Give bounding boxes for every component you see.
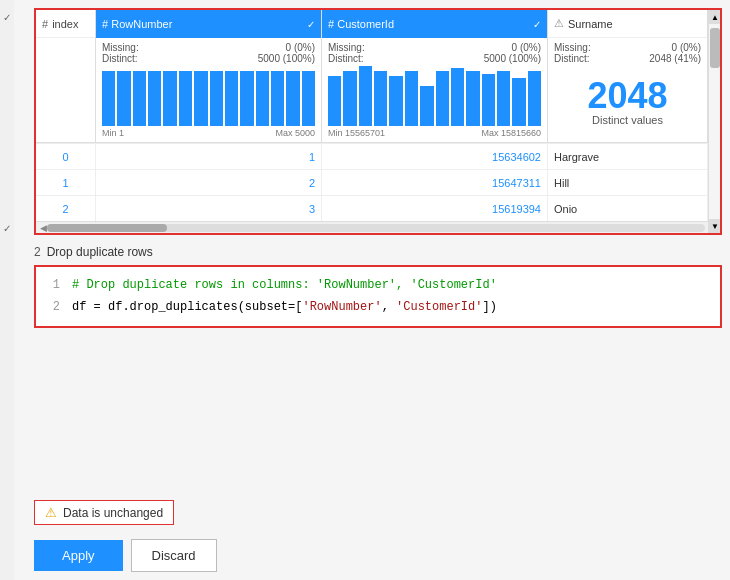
surname-distinct-val: 2048 (41%): [649, 53, 701, 64]
index-label: index: [52, 18, 78, 30]
customerid-header[interactable]: # CustomerId ✓: [322, 10, 547, 38]
rownumber-distinct-row: Distinct: 5000 (100%): [102, 53, 315, 64]
bar: [359, 66, 372, 126]
index-col-label: # index: [36, 10, 95, 38]
missing-label: Missing:: [102, 42, 139, 53]
outer-wrapper: ✓ ✓ ▲ ▼ #: [0, 0, 730, 580]
rownumber-minmax: Min 1 Max 5000: [96, 128, 321, 142]
col-rownumber: # RowNumber ✓ Missing: 0 (0%) Dist: [96, 10, 322, 142]
table-row: 0 1 15634602 Hargrave: [36, 143, 708, 169]
bar: [210, 71, 223, 126]
scroll-left-button[interactable]: ◀: [40, 223, 47, 233]
surname-label: Surname: [568, 18, 613, 30]
scroll-thumb[interactable]: [710, 28, 720, 68]
content-area: ▲ ▼ # index: [14, 0, 730, 580]
distinct-label-3: Distinct:: [554, 53, 590, 64]
bar: [302, 71, 315, 126]
main-container: ✓ ✓ ▲ ▼ #: [0, 0, 730, 580]
bar: [163, 71, 176, 126]
code-text-2: df = df.drop_duplicates(subset=['RowNumb…: [72, 297, 497, 319]
code-comment-1: # Drop duplicate rows in columns: 'RowNu…: [72, 275, 497, 297]
surname-distinct-text: Distinct values: [554, 114, 701, 126]
scroll-track: [709, 24, 720, 219]
bar: [286, 71, 299, 126]
cell-surname-0: Hargrave: [548, 144, 708, 169]
hash-icon-row: #: [102, 18, 111, 30]
scroll-down-button[interactable]: ▼: [709, 219, 721, 233]
rownumber-header[interactable]: # RowNumber ✓: [96, 10, 321, 38]
cell-customerid-2: 15619394: [322, 196, 548, 221]
rownumber-header-label: # RowNumber: [102, 18, 172, 30]
cell-customerid-0: 15634602: [322, 144, 548, 169]
surname-header[interactable]: ⚠ Surname: [548, 10, 707, 38]
customerid-missing-val: 0 (0%): [512, 42, 541, 53]
cell-surname-2: Onio: [548, 196, 708, 221]
bottom-bar: Apply Discard: [14, 531, 730, 580]
surname-missing-row: Missing: 0 (0%): [554, 42, 701, 53]
distinct-label-2: Distinct:: [328, 53, 364, 64]
step-number: 2: [34, 245, 41, 259]
rownumber-max: Max 5000: [275, 128, 315, 138]
surname-distinct-row: Distinct: 2048 (41%): [554, 53, 701, 64]
bar: [451, 68, 464, 126]
table-header-row: # index # RowNumber ✓: [36, 10, 720, 143]
customerid-minmax: Min 15565701 Max 15815660: [322, 128, 547, 142]
status-badge: ⚠ Data is unchanged: [34, 500, 174, 525]
surname-missing-val: 0 (0%): [672, 42, 701, 53]
bar: [194, 71, 207, 126]
cell-index-1: 1: [36, 170, 96, 195]
bar: [466, 71, 479, 126]
bar: [512, 78, 525, 126]
status-section: ⚠ Data is unchanged: [14, 492, 730, 531]
customerid-min: Min 15565701: [328, 128, 385, 138]
bar: [240, 71, 253, 126]
cell-index-2: 2: [36, 196, 96, 221]
cell-rownumber-2: 3: [96, 196, 322, 221]
scrollbar-thumb[interactable]: [47, 224, 167, 232]
bar: [405, 71, 418, 126]
bar: [179, 71, 192, 126]
customerid-distinct-row: Distinct: 5000 (100%): [328, 53, 541, 64]
bar: [420, 86, 433, 126]
rownumber-min: Min 1: [102, 128, 124, 138]
rownumber-stats: Missing: 0 (0%) Distinct: 5000 (100%): [96, 38, 321, 68]
hash-icon-cust: #: [328, 18, 337, 30]
hash-icon: #: [42, 18, 48, 30]
vertical-scrollbar[interactable]: ▲ ▼: [708, 10, 720, 233]
discard-button[interactable]: Discard: [131, 539, 217, 572]
line-num-2: 2: [44, 297, 60, 319]
table-row: 1 2 15647311 Hill: [36, 169, 708, 195]
checkmark-icon-2: ✓: [3, 223, 11, 234]
tri-icon: ⚠: [554, 17, 564, 30]
bar: [271, 71, 284, 126]
surname-distinct-number: 2048: [554, 78, 701, 114]
surname-distinct-big: 2048 Distinct values: [548, 68, 707, 130]
customerid-distinct-val: 5000 (100%): [484, 53, 541, 64]
line-num-1: 1: [44, 275, 60, 297]
bar: [102, 71, 115, 126]
rownumber-missing-row: Missing: 0 (0%): [102, 42, 315, 53]
surname-stats: Missing: 0 (0%) Distinct: 2048 (41%): [548, 38, 707, 68]
step-label: Drop duplicate rows: [47, 245, 153, 259]
code-line-2: 2 df = df.drop_duplicates(subset=['RowNu…: [44, 297, 712, 319]
customerid-stats: Missing: 0 (0%) Distinct: 5000 (100%): [322, 38, 547, 68]
bar: [436, 71, 449, 126]
horizontal-scrollbar[interactable]: ◀ ▶: [36, 221, 720, 233]
apply-button[interactable]: Apply: [34, 540, 123, 571]
col-surname: ⚠ Surname Missing: 0 (0%) Distinct: 2048…: [548, 10, 708, 142]
bar: [328, 76, 341, 126]
bar: [389, 76, 402, 126]
missing-label-3: Missing:: [554, 42, 591, 53]
status-text: Data is unchanged: [63, 506, 163, 520]
missing-label-2: Missing:: [328, 42, 365, 53]
code-section: 1 # Drop duplicate rows in columns: 'Row…: [34, 265, 722, 328]
checkmark-icon: ✓: [3, 12, 11, 23]
step-label-row: 2 Drop duplicate rows: [14, 239, 730, 263]
bar: [256, 71, 269, 126]
bar: [482, 74, 495, 126]
cell-surname-1: Hill: [548, 170, 708, 195]
bar: [528, 71, 541, 126]
warning-icon: ⚠: [45, 505, 57, 520]
customerid-header-label: # CustomerId: [328, 18, 394, 30]
scroll-up-button[interactable]: ▲: [709, 10, 721, 24]
